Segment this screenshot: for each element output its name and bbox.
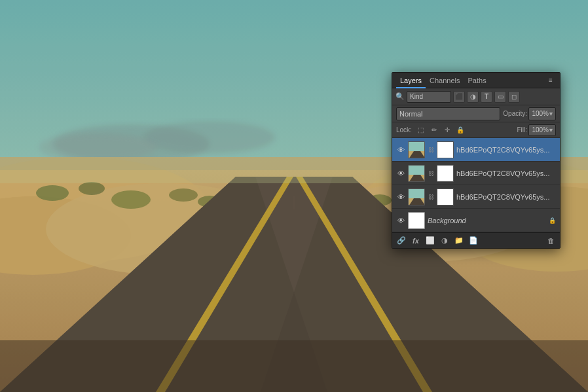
pixel-filter-button[interactable]: ⬛ bbox=[453, 91, 465, 103]
add-layer-style-button[interactable]: fx bbox=[409, 235, 422, 247]
tab-paths[interactable]: Paths bbox=[464, 73, 490, 88]
layer-item[interactable]: 👁 ⛓ hBd6EPoQT2C8VQYv65ys... bbox=[392, 162, 560, 185]
layer-visibility-toggle[interactable]: 👁 bbox=[396, 169, 405, 178]
new-fill-adjustment-button[interactable]: ◑ bbox=[438, 235, 451, 247]
panel-toolbar: 🔗 fx ⬜ ◑ 📁 📄 🗑 bbox=[392, 232, 560, 248]
lock-transparent-pixels-button[interactable]: ⬚ bbox=[416, 125, 426, 135]
opacity-label: Opacity: bbox=[503, 110, 527, 117]
layer-mask-thumbnail bbox=[437, 188, 454, 205]
layer-link-icon: ⛓ bbox=[428, 188, 434, 205]
adjustment-filter-button[interactable]: ◑ bbox=[467, 91, 479, 103]
layer-visibility-toggle[interactable]: 👁 bbox=[396, 145, 405, 154]
fill-group: Fill: ▼ bbox=[517, 124, 556, 136]
layer-mask-thumbnail bbox=[437, 165, 454, 182]
layer-thumbnail bbox=[408, 141, 425, 158]
new-layer-button[interactable]: 📄 bbox=[467, 235, 480, 247]
layer-link-icon: ⛓ bbox=[428, 141, 434, 158]
tab-layers[interactable]: Layers bbox=[396, 73, 426, 88]
filter-bar: 🔍 Kind ⬛ ◑ T ▭ ◻ bbox=[392, 88, 560, 105]
panel-tabs: Layers Channels Paths ≡ bbox=[392, 73, 560, 88]
delete-layer-button[interactable]: 🗑 bbox=[544, 235, 557, 247]
lock-image-pixels-button[interactable]: ✏ bbox=[429, 125, 439, 135]
blend-mode-row: Normal Dissolve Multiply Screen Overlay … bbox=[392, 105, 560, 122]
layer-thumbnail bbox=[408, 165, 425, 182]
link-layers-button[interactable]: 🔗 bbox=[395, 235, 408, 247]
layer-thumbnail bbox=[408, 188, 425, 205]
filter-kind-icon: 🔍 bbox=[395, 92, 405, 101]
layer-visibility-toggle[interactable]: 👁 bbox=[396, 192, 405, 202]
opacity-input[interactable] bbox=[528, 107, 556, 120]
layer-name: hBd6EPoQT2C8VQYv65ys... bbox=[456, 169, 556, 177]
type-filter-button[interactable]: T bbox=[481, 91, 492, 103]
layer-name: hBd6EPoQT2C8VQYv65ys... bbox=[456, 146, 556, 154]
layer-item-background[interactable]: 👁 Background 🔒 bbox=[392, 209, 560, 232]
layers-list: 👁 ⛓ hBd6EPoQT2C8VQYv65ys... 👁 bbox=[392, 138, 560, 232]
filter-kind-select[interactable]: Kind bbox=[407, 91, 451, 103]
layer-name: Background bbox=[428, 217, 545, 224]
shape-filter-button[interactable]: ▭ bbox=[494, 91, 506, 103]
lock-row: Lock: ⬚ ✏ ✛ 🔒 Fill: ▼ bbox=[392, 122, 560, 138]
new-group-button[interactable]: 📁 bbox=[452, 235, 466, 247]
layer-item[interactable]: 👁 ⛓ hBd6EPoQT2C8VQYv65ys... bbox=[392, 185, 560, 209]
panel-menu-button[interactable]: ≡ bbox=[545, 73, 556, 88]
layer-name: hBd6EPoQT2C8VQYv65ys... bbox=[456, 193, 556, 201]
tab-channels[interactable]: Channels bbox=[426, 73, 464, 88]
layer-mask-thumbnail bbox=[437, 141, 454, 158]
opacity-group: Opacity: ▼ bbox=[503, 107, 556, 120]
layer-visibility-toggle[interactable]: 👁 bbox=[396, 216, 405, 225]
blend-mode-select[interactable]: Normal Dissolve Multiply Screen Overlay bbox=[396, 107, 500, 120]
layers-panel: Layers Channels Paths ≡ 🔍 Kind ⬛ ◑ T ▭ ◻… bbox=[392, 72, 560, 249]
lock-position-button[interactable]: ✛ bbox=[442, 125, 452, 135]
layer-link-icon: ⛓ bbox=[428, 165, 434, 182]
layer-locked-icon: 🔒 bbox=[548, 217, 556, 224]
layer-item[interactable]: 👁 ⛓ hBd6EPoQT2C8VQYv65ys... bbox=[392, 138, 560, 162]
lock-artboard-button[interactable]: 🔒 bbox=[455, 125, 466, 135]
fill-input[interactable] bbox=[528, 124, 556, 136]
layer-thumbnail bbox=[408, 212, 425, 229]
add-layer-mask-button[interactable]: ⬜ bbox=[424, 235, 437, 247]
smart-object-filter-button[interactable]: ◻ bbox=[508, 91, 520, 103]
lock-label: Lock: bbox=[396, 126, 412, 134]
fill-label: Fill: bbox=[517, 126, 527, 134]
